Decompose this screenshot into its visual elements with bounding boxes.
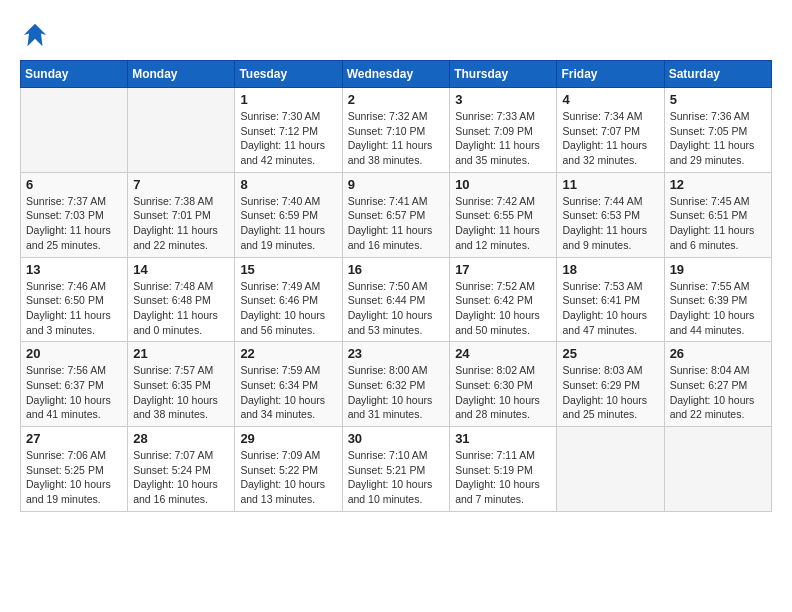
day-info: Sunrise: 7:10 AMSunset: 5:21 PMDaylight:…: [348, 448, 445, 507]
calendar-cell: [128, 88, 235, 173]
calendar-week-5: 27Sunrise: 7:06 AMSunset: 5:25 PMDayligh…: [21, 427, 772, 512]
day-info: Sunrise: 7:42 AMSunset: 6:55 PMDaylight:…: [455, 194, 551, 253]
day-number: 19: [670, 262, 766, 277]
calendar-week-1: 1Sunrise: 7:30 AMSunset: 7:12 PMDaylight…: [21, 88, 772, 173]
calendar-table: SundayMondayTuesdayWednesdayThursdayFrid…: [20, 60, 772, 512]
day-number: 30: [348, 431, 445, 446]
day-info: Sunrise: 8:03 AMSunset: 6:29 PMDaylight:…: [562, 363, 658, 422]
day-info: Sunrise: 7:53 AMSunset: 6:41 PMDaylight:…: [562, 279, 658, 338]
day-number: 23: [348, 346, 445, 361]
page-header: [20, 20, 772, 50]
calendar-cell: 15Sunrise: 7:49 AMSunset: 6:46 PMDayligh…: [235, 257, 342, 342]
calendar-cell: 10Sunrise: 7:42 AMSunset: 6:55 PMDayligh…: [450, 172, 557, 257]
day-info: Sunrise: 7:49 AMSunset: 6:46 PMDaylight:…: [240, 279, 336, 338]
day-info: Sunrise: 7:38 AMSunset: 7:01 PMDaylight:…: [133, 194, 229, 253]
calendar-cell: 31Sunrise: 7:11 AMSunset: 5:19 PMDayligh…: [450, 427, 557, 512]
calendar-cell: 26Sunrise: 8:04 AMSunset: 6:27 PMDayligh…: [664, 342, 771, 427]
day-number: 11: [562, 177, 658, 192]
day-number: 5: [670, 92, 766, 107]
calendar-cell: 21Sunrise: 7:57 AMSunset: 6:35 PMDayligh…: [128, 342, 235, 427]
day-number: 15: [240, 262, 336, 277]
calendar-week-2: 6Sunrise: 7:37 AMSunset: 7:03 PMDaylight…: [21, 172, 772, 257]
calendar-cell: 23Sunrise: 8:00 AMSunset: 6:32 PMDayligh…: [342, 342, 450, 427]
calendar-cell: 27Sunrise: 7:06 AMSunset: 5:25 PMDayligh…: [21, 427, 128, 512]
day-number: 4: [562, 92, 658, 107]
column-header-monday: Monday: [128, 61, 235, 88]
day-number: 17: [455, 262, 551, 277]
calendar-cell: 20Sunrise: 7:56 AMSunset: 6:37 PMDayligh…: [21, 342, 128, 427]
calendar-cell: 3Sunrise: 7:33 AMSunset: 7:09 PMDaylight…: [450, 88, 557, 173]
day-number: 22: [240, 346, 336, 361]
day-number: 27: [26, 431, 122, 446]
day-number: 2: [348, 92, 445, 107]
day-number: 24: [455, 346, 551, 361]
calendar-cell: 14Sunrise: 7:48 AMSunset: 6:48 PMDayligh…: [128, 257, 235, 342]
calendar-cell: 16Sunrise: 7:50 AMSunset: 6:44 PMDayligh…: [342, 257, 450, 342]
calendar-cell: 17Sunrise: 7:52 AMSunset: 6:42 PMDayligh…: [450, 257, 557, 342]
calendar-cell: 29Sunrise: 7:09 AMSunset: 5:22 PMDayligh…: [235, 427, 342, 512]
column-header-sunday: Sunday: [21, 61, 128, 88]
day-number: 12: [670, 177, 766, 192]
day-info: Sunrise: 7:06 AMSunset: 5:25 PMDaylight:…: [26, 448, 122, 507]
day-info: Sunrise: 7:37 AMSunset: 7:03 PMDaylight:…: [26, 194, 122, 253]
svg-marker-0: [24, 24, 47, 47]
calendar-cell: 22Sunrise: 7:59 AMSunset: 6:34 PMDayligh…: [235, 342, 342, 427]
day-info: Sunrise: 7:59 AMSunset: 6:34 PMDaylight:…: [240, 363, 336, 422]
calendar-cell: 4Sunrise: 7:34 AMSunset: 7:07 PMDaylight…: [557, 88, 664, 173]
day-number: 28: [133, 431, 229, 446]
day-info: Sunrise: 7:07 AMSunset: 5:24 PMDaylight:…: [133, 448, 229, 507]
day-number: 10: [455, 177, 551, 192]
day-info: Sunrise: 7:45 AMSunset: 6:51 PMDaylight:…: [670, 194, 766, 253]
day-info: Sunrise: 7:55 AMSunset: 6:39 PMDaylight:…: [670, 279, 766, 338]
column-header-thursday: Thursday: [450, 61, 557, 88]
logo: [20, 20, 54, 50]
calendar-cell: [557, 427, 664, 512]
day-number: 14: [133, 262, 229, 277]
day-number: 8: [240, 177, 336, 192]
calendar-cell: 2Sunrise: 7:32 AMSunset: 7:10 PMDaylight…: [342, 88, 450, 173]
day-info: Sunrise: 7:30 AMSunset: 7:12 PMDaylight:…: [240, 109, 336, 168]
day-number: 13: [26, 262, 122, 277]
calendar-cell: 9Sunrise: 7:41 AMSunset: 6:57 PMDaylight…: [342, 172, 450, 257]
calendar-cell: 7Sunrise: 7:38 AMSunset: 7:01 PMDaylight…: [128, 172, 235, 257]
day-number: 9: [348, 177, 445, 192]
calendar-cell: 25Sunrise: 8:03 AMSunset: 6:29 PMDayligh…: [557, 342, 664, 427]
day-info: Sunrise: 7:40 AMSunset: 6:59 PMDaylight:…: [240, 194, 336, 253]
day-info: Sunrise: 8:02 AMSunset: 6:30 PMDaylight:…: [455, 363, 551, 422]
day-info: Sunrise: 8:00 AMSunset: 6:32 PMDaylight:…: [348, 363, 445, 422]
calendar-week-4: 20Sunrise: 7:56 AMSunset: 6:37 PMDayligh…: [21, 342, 772, 427]
calendar-header-row: SundayMondayTuesdayWednesdayThursdayFrid…: [21, 61, 772, 88]
column-header-tuesday: Tuesday: [235, 61, 342, 88]
calendar-week-3: 13Sunrise: 7:46 AMSunset: 6:50 PMDayligh…: [21, 257, 772, 342]
day-info: Sunrise: 8:04 AMSunset: 6:27 PMDaylight:…: [670, 363, 766, 422]
calendar-cell: 18Sunrise: 7:53 AMSunset: 6:41 PMDayligh…: [557, 257, 664, 342]
column-header-wednesday: Wednesday: [342, 61, 450, 88]
day-info: Sunrise: 7:52 AMSunset: 6:42 PMDaylight:…: [455, 279, 551, 338]
day-info: Sunrise: 7:09 AMSunset: 5:22 PMDaylight:…: [240, 448, 336, 507]
day-info: Sunrise: 7:41 AMSunset: 6:57 PMDaylight:…: [348, 194, 445, 253]
day-info: Sunrise: 7:46 AMSunset: 6:50 PMDaylight:…: [26, 279, 122, 338]
day-number: 20: [26, 346, 122, 361]
calendar-cell: 13Sunrise: 7:46 AMSunset: 6:50 PMDayligh…: [21, 257, 128, 342]
day-info: Sunrise: 7:56 AMSunset: 6:37 PMDaylight:…: [26, 363, 122, 422]
day-number: 21: [133, 346, 229, 361]
day-info: Sunrise: 7:34 AMSunset: 7:07 PMDaylight:…: [562, 109, 658, 168]
day-info: Sunrise: 7:44 AMSunset: 6:53 PMDaylight:…: [562, 194, 658, 253]
day-info: Sunrise: 7:32 AMSunset: 7:10 PMDaylight:…: [348, 109, 445, 168]
day-number: 29: [240, 431, 336, 446]
day-number: 7: [133, 177, 229, 192]
day-info: Sunrise: 7:57 AMSunset: 6:35 PMDaylight:…: [133, 363, 229, 422]
calendar-cell: 24Sunrise: 8:02 AMSunset: 6:30 PMDayligh…: [450, 342, 557, 427]
day-info: Sunrise: 7:36 AMSunset: 7:05 PMDaylight:…: [670, 109, 766, 168]
day-number: 3: [455, 92, 551, 107]
calendar-cell: 1Sunrise: 7:30 AMSunset: 7:12 PMDaylight…: [235, 88, 342, 173]
logo-bird-icon: [20, 20, 50, 50]
day-info: Sunrise: 7:33 AMSunset: 7:09 PMDaylight:…: [455, 109, 551, 168]
day-number: 1: [240, 92, 336, 107]
calendar-cell: 6Sunrise: 7:37 AMSunset: 7:03 PMDaylight…: [21, 172, 128, 257]
calendar-cell: 28Sunrise: 7:07 AMSunset: 5:24 PMDayligh…: [128, 427, 235, 512]
calendar-cell: 5Sunrise: 7:36 AMSunset: 7:05 PMDaylight…: [664, 88, 771, 173]
column-header-friday: Friday: [557, 61, 664, 88]
calendar-cell: [664, 427, 771, 512]
column-header-saturday: Saturday: [664, 61, 771, 88]
